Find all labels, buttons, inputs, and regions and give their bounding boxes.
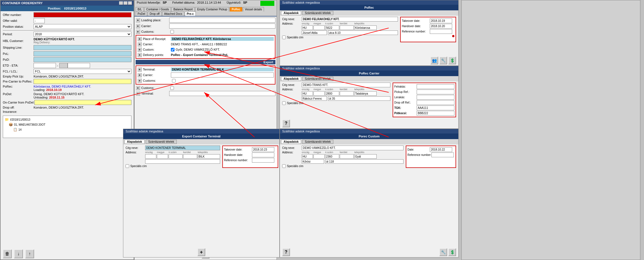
delivery-expand[interactable]: + [137, 53, 142, 57]
pol-input[interactable] [34, 51, 131, 56]
tree-item-2[interactable]: 📦 01, MAEU4673603 20OT [4, 122, 130, 127]
customs3-checkbox[interactable] [172, 79, 176, 83]
pc-addr-irsz[interactable] [325, 91, 339, 96]
pod-input[interactable] [34, 57, 131, 62]
pc-street[interactable] [328, 96, 390, 101]
et-add-button[interactable]: + [197, 248, 205, 256]
reference-number-input[interactable] [430, 29, 452, 34]
tgk-input[interactable] [417, 106, 454, 110]
tab-attached-docs[interactable]: Attached Docs [162, 11, 184, 16]
et-specialis-check[interactable] [126, 164, 129, 168]
carrier2-expand[interactable]: + [137, 42, 142, 46]
pcu-tab-szamlazando[interactable]: Számlázandó tételek [302, 140, 333, 144]
porec-carrier-tab-szamlazando[interactable]: Számlázandó tételek [302, 77, 333, 81]
pcu-street[interactable] [325, 159, 404, 164]
pcu-person-name[interactable] [302, 159, 324, 164]
pc-addr-orszag[interactable] [302, 91, 313, 96]
porec-addr-telepules[interactable] [354, 25, 377, 30]
pcu-addr-megye[interactable] [313, 154, 325, 159]
porec-people-button[interactable]: 👥 [430, 57, 438, 64]
pre-carrier-input[interactable] [34, 79, 131, 84]
tree-item-3[interactable]: 📋 14 [4, 127, 130, 132]
eta-input[interactable] [68, 63, 90, 68]
position-status-select[interactable]: ALAP [34, 24, 131, 29]
pcu-addr-orszag[interactable] [302, 154, 313, 159]
carrier3-input[interactable] [171, 72, 274, 78]
porec-street[interactable] [328, 31, 398, 35]
porec-tab-alapadatok[interactable]: Alapadatok [281, 11, 301, 15]
porec-person-name[interactable] [302, 31, 327, 35]
pc-addr-kerulet[interactable] [340, 91, 354, 96]
carrier-input[interactable] [169, 24, 275, 29]
customs-checkbox[interactable] [170, 30, 174, 34]
et-tab-alapadatok[interactable]: Alapadatok [124, 140, 145, 144]
terminal2-expand[interactable]: + [136, 91, 140, 96]
shipping-line-input[interactable] [34, 45, 131, 50]
pcu-ceg-input[interactable] [302, 146, 404, 150]
et-tab-szamlazando[interactable]: Számlázandó tételek [146, 140, 177, 144]
customs4-expand[interactable]: + [136, 86, 140, 90]
tab-podel[interactable]: PoDel [136, 11, 147, 16]
on-carrier-input[interactable] [34, 100, 131, 105]
porec-tools-button[interactable]: 🔧 [439, 57, 447, 64]
carrier3-expand[interactable]: + [137, 73, 142, 77]
pcu-addr-telepules[interactable] [354, 154, 377, 159]
felrakas-input[interactable] [417, 84, 454, 89]
et-takeover-date-input[interactable] [252, 147, 274, 152]
pc-person-name[interactable] [302, 96, 327, 101]
pc-specialis-check[interactable] [282, 101, 286, 105]
pcu-addr-irsz[interactable] [325, 154, 339, 159]
tree-item-1[interactable]: 📁 I/2018/11/00013 [4, 117, 130, 122]
tab-balance-report[interactable]: Balance Report [171, 7, 195, 11]
customs4-checkbox[interactable] [170, 86, 174, 90]
et-addr-kerulet[interactable] [183, 154, 197, 159]
porec-addr-kerulet[interactable] [340, 25, 354, 30]
eta-dash-btn[interactable] [59, 63, 68, 68]
et-handover-date-input[interactable] [252, 153, 274, 157]
porec-tab-szamlazando[interactable]: Számlázandó tételek [302, 11, 333, 15]
pcu-tab-alapadatok[interactable]: Alapadatok [281, 140, 301, 144]
et-reference-input[interactable] [252, 158, 274, 163]
pickup-ref-input[interactable] [417, 90, 454, 94]
up-button[interactable]: ↑ [25, 249, 34, 258]
pc-addr-telepules[interactable] [354, 91, 377, 96]
pcu-specialis-check[interactable] [282, 164, 286, 168]
et-addr-orszag[interactable] [145, 154, 156, 159]
lerakas-input[interactable] [417, 95, 454, 100]
maximize-button[interactable]: □ [124, 1, 128, 5]
et-addr-irsz[interactable] [169, 154, 183, 159]
et-ceg-input[interactable] [145, 146, 220, 150]
tab-drop-off[interactable]: Drop off [148, 11, 161, 16]
porec-money-button[interactable]: 💲 [448, 57, 456, 64]
tab-vessel-details[interactable]: Vessel details [243, 7, 264, 11]
takeover-date-input[interactable] [430, 18, 452, 23]
terminal2-input[interactable] [169, 91, 275, 96]
tab-container-goods[interactable]: Container / Goods [144, 7, 171, 11]
drop-off-ref-input[interactable] [417, 100, 454, 105]
pc-addr-megye[interactable] [313, 91, 325, 96]
customs3-expand[interactable]: + [137, 78, 142, 83]
down-button[interactable]: ↓ [14, 249, 23, 258]
porec-carrier-ceg-input[interactable] [302, 83, 390, 87]
porec-addr-megye[interactable] [313, 25, 325, 30]
terminal-expand[interactable]: + [137, 67, 142, 72]
close-button[interactable]: ✕ [128, 1, 132, 5]
custom2-expand[interactable]: + [137, 47, 142, 52]
customs-expand[interactable]: + [136, 29, 140, 34]
por-expand[interactable]: + [137, 37, 142, 41]
tab-bl[interactable]: B/L [136, 7, 144, 11]
offer-valid-input[interactable] [34, 18, 45, 23]
tab-empty-container[interactable]: Empty Container Pickup [195, 7, 229, 11]
etd-input[interactable] [34, 63, 56, 68]
porec-carrier-tab-alapadatok[interactable]: Alapadatok [281, 77, 301, 81]
minimize-button[interactable]: _ [119, 1, 123, 5]
porec-specialis-check[interactable] [282, 36, 286, 39]
offer-number-input[interactable] [34, 12, 131, 17]
porec-addr-irsz[interactable] [325, 25, 339, 30]
custom2-checkbox[interactable] [171, 48, 174, 51]
loading-place-expand[interactable]: + [136, 18, 140, 22]
pcu-question-button[interactable]: ? [282, 248, 290, 256]
et-addr-telepules[interactable] [198, 154, 220, 159]
pcu-date-input[interactable] [430, 147, 452, 152]
pcu-tools-button[interactable]: 🔧 [439, 248, 447, 256]
